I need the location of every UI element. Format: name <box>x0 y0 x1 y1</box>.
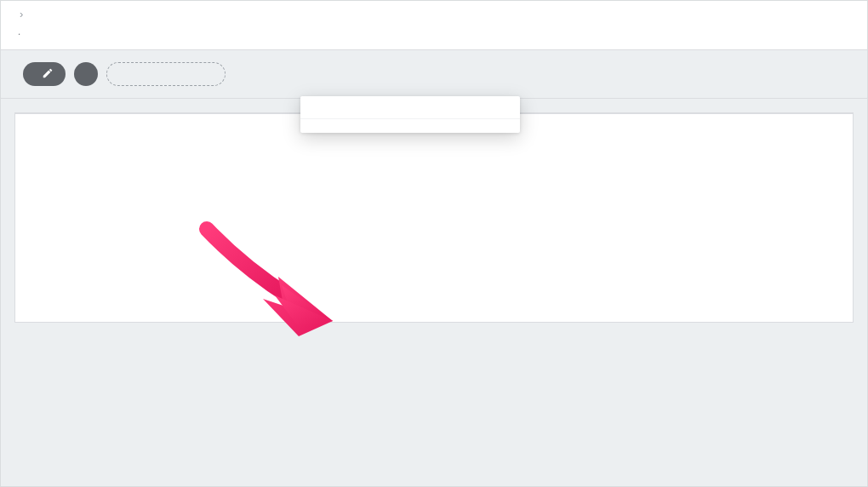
date-range-chip[interactable] <box>74 62 98 86</box>
pencil-icon <box>42 67 54 82</box>
dropdown-header <box>300 96 520 119</box>
search-type-chip[interactable] <box>23 62 66 86</box>
performance-card <box>14 112 854 323</box>
page-subtitle: . <box>14 24 854 39</box>
clicks-chart <box>49 136 837 307</box>
chevron-right-icon: › <box>20 8 23 20</box>
filter-bar <box>1 50 867 99</box>
breadcrumb[interactable]: › <box>14 8 854 20</box>
add-filter-chip[interactable] <box>106 62 226 86</box>
date-range-dropdown <box>300 96 520 133</box>
